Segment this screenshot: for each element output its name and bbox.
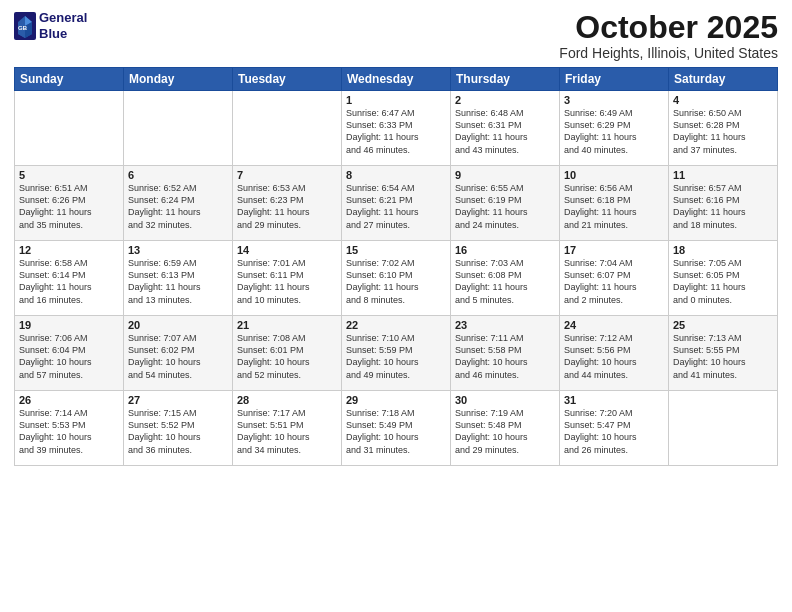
day-number: 10 — [564, 169, 664, 181]
day-info: Sunrise: 7:01 AM Sunset: 6:11 PM Dayligh… — [237, 257, 337, 306]
calendar-cell: 8Sunrise: 6:54 AM Sunset: 6:21 PM Daylig… — [342, 166, 451, 241]
day-number: 6 — [128, 169, 228, 181]
day-number: 7 — [237, 169, 337, 181]
day-number: 17 — [564, 244, 664, 256]
calendar-cell: 15Sunrise: 7:02 AM Sunset: 6:10 PM Dayli… — [342, 241, 451, 316]
calendar-cell: 24Sunrise: 7:12 AM Sunset: 5:56 PM Dayli… — [560, 316, 669, 391]
day-info: Sunrise: 7:04 AM Sunset: 6:07 PM Dayligh… — [564, 257, 664, 306]
day-number: 31 — [564, 394, 664, 406]
day-number: 4 — [673, 94, 773, 106]
day-number: 13 — [128, 244, 228, 256]
month-title: October 2025 — [559, 10, 778, 45]
logo: GB General Blue — [14, 10, 87, 41]
day-number: 20 — [128, 319, 228, 331]
calendar-cell: 19Sunrise: 7:06 AM Sunset: 6:04 PM Dayli… — [15, 316, 124, 391]
calendar-cell: 20Sunrise: 7:07 AM Sunset: 6:02 PM Dayli… — [124, 316, 233, 391]
calendar-cell: 25Sunrise: 7:13 AM Sunset: 5:55 PM Dayli… — [669, 316, 778, 391]
day-number: 12 — [19, 244, 119, 256]
day-info: Sunrise: 6:54 AM Sunset: 6:21 PM Dayligh… — [346, 182, 446, 231]
header: GB General Blue October 2025 Ford Height… — [14, 10, 778, 61]
day-number: 25 — [673, 319, 773, 331]
calendar-week-row: 19Sunrise: 7:06 AM Sunset: 6:04 PM Dayli… — [15, 316, 778, 391]
calendar-cell: 6Sunrise: 6:52 AM Sunset: 6:24 PM Daylig… — [124, 166, 233, 241]
location-title: Ford Heights, Illinois, United States — [559, 45, 778, 61]
calendar-cell: 4Sunrise: 6:50 AM Sunset: 6:28 PM Daylig… — [669, 91, 778, 166]
day-info: Sunrise: 6:51 AM Sunset: 6:26 PM Dayligh… — [19, 182, 119, 231]
weekday-header: Monday — [124, 68, 233, 91]
day-info: Sunrise: 7:06 AM Sunset: 6:04 PM Dayligh… — [19, 332, 119, 381]
weekday-header: Friday — [560, 68, 669, 91]
day-info: Sunrise: 6:48 AM Sunset: 6:31 PM Dayligh… — [455, 107, 555, 156]
day-info: Sunrise: 7:14 AM Sunset: 5:53 PM Dayligh… — [19, 407, 119, 456]
day-number: 2 — [455, 94, 555, 106]
calendar-cell: 30Sunrise: 7:19 AM Sunset: 5:48 PM Dayli… — [451, 391, 560, 466]
calendar-cell: 22Sunrise: 7:10 AM Sunset: 5:59 PM Dayli… — [342, 316, 451, 391]
title-block: October 2025 Ford Heights, Illinois, Uni… — [559, 10, 778, 61]
calendar-cell — [233, 91, 342, 166]
day-info: Sunrise: 7:12 AM Sunset: 5:56 PM Dayligh… — [564, 332, 664, 381]
calendar-cell: 9Sunrise: 6:55 AM Sunset: 6:19 PM Daylig… — [451, 166, 560, 241]
day-info: Sunrise: 7:20 AM Sunset: 5:47 PM Dayligh… — [564, 407, 664, 456]
day-info: Sunrise: 6:56 AM Sunset: 6:18 PM Dayligh… — [564, 182, 664, 231]
day-info: Sunrise: 6:53 AM Sunset: 6:23 PM Dayligh… — [237, 182, 337, 231]
calendar-cell: 14Sunrise: 7:01 AM Sunset: 6:11 PM Dayli… — [233, 241, 342, 316]
day-info: Sunrise: 6:58 AM Sunset: 6:14 PM Dayligh… — [19, 257, 119, 306]
calendar-cell: 26Sunrise: 7:14 AM Sunset: 5:53 PM Dayli… — [15, 391, 124, 466]
day-number: 1 — [346, 94, 446, 106]
day-number: 15 — [346, 244, 446, 256]
calendar-cell: 29Sunrise: 7:18 AM Sunset: 5:49 PM Dayli… — [342, 391, 451, 466]
logo-text: General Blue — [39, 10, 87, 41]
day-info: Sunrise: 7:13 AM Sunset: 5:55 PM Dayligh… — [673, 332, 773, 381]
day-info: Sunrise: 6:47 AM Sunset: 6:33 PM Dayligh… — [346, 107, 446, 156]
calendar-cell: 5Sunrise: 6:51 AM Sunset: 6:26 PM Daylig… — [15, 166, 124, 241]
day-info: Sunrise: 6:59 AM Sunset: 6:13 PM Dayligh… — [128, 257, 228, 306]
calendar-cell — [669, 391, 778, 466]
weekday-header: Saturday — [669, 68, 778, 91]
calendar-cell: 12Sunrise: 6:58 AM Sunset: 6:14 PM Dayli… — [15, 241, 124, 316]
day-info: Sunrise: 6:49 AM Sunset: 6:29 PM Dayligh… — [564, 107, 664, 156]
calendar-week-row: 1Sunrise: 6:47 AM Sunset: 6:33 PM Daylig… — [15, 91, 778, 166]
weekday-header-row: SundayMondayTuesdayWednesdayThursdayFrid… — [15, 68, 778, 91]
day-number: 21 — [237, 319, 337, 331]
calendar-cell: 28Sunrise: 7:17 AM Sunset: 5:51 PM Dayli… — [233, 391, 342, 466]
calendar-cell — [15, 91, 124, 166]
day-number: 23 — [455, 319, 555, 331]
page: GB General Blue October 2025 Ford Height… — [0, 0, 792, 612]
day-number: 16 — [455, 244, 555, 256]
day-number: 24 — [564, 319, 664, 331]
day-number: 3 — [564, 94, 664, 106]
calendar-cell: 31Sunrise: 7:20 AM Sunset: 5:47 PM Dayli… — [560, 391, 669, 466]
day-number: 22 — [346, 319, 446, 331]
day-info: Sunrise: 6:57 AM Sunset: 6:16 PM Dayligh… — [673, 182, 773, 231]
calendar-cell: 1Sunrise: 6:47 AM Sunset: 6:33 PM Daylig… — [342, 91, 451, 166]
day-info: Sunrise: 7:17 AM Sunset: 5:51 PM Dayligh… — [237, 407, 337, 456]
day-number: 29 — [346, 394, 446, 406]
day-number: 30 — [455, 394, 555, 406]
day-number: 19 — [19, 319, 119, 331]
calendar-cell: 11Sunrise: 6:57 AM Sunset: 6:16 PM Dayli… — [669, 166, 778, 241]
logo-icon: GB — [14, 12, 36, 40]
calendar-cell: 21Sunrise: 7:08 AM Sunset: 6:01 PM Dayli… — [233, 316, 342, 391]
calendar-table: SundayMondayTuesdayWednesdayThursdayFrid… — [14, 67, 778, 466]
day-info: Sunrise: 7:15 AM Sunset: 5:52 PM Dayligh… — [128, 407, 228, 456]
day-info: Sunrise: 7:05 AM Sunset: 6:05 PM Dayligh… — [673, 257, 773, 306]
day-info: Sunrise: 6:55 AM Sunset: 6:19 PM Dayligh… — [455, 182, 555, 231]
day-number: 26 — [19, 394, 119, 406]
logo-line1: General — [39, 10, 87, 26]
day-number: 27 — [128, 394, 228, 406]
day-info: Sunrise: 7:02 AM Sunset: 6:10 PM Dayligh… — [346, 257, 446, 306]
svg-text:GB: GB — [18, 25, 28, 31]
calendar-cell: 16Sunrise: 7:03 AM Sunset: 6:08 PM Dayli… — [451, 241, 560, 316]
calendar-week-row: 26Sunrise: 7:14 AM Sunset: 5:53 PM Dayli… — [15, 391, 778, 466]
calendar-cell: 17Sunrise: 7:04 AM Sunset: 6:07 PM Dayli… — [560, 241, 669, 316]
day-number: 18 — [673, 244, 773, 256]
calendar-cell: 18Sunrise: 7:05 AM Sunset: 6:05 PM Dayli… — [669, 241, 778, 316]
calendar-cell: 3Sunrise: 6:49 AM Sunset: 6:29 PM Daylig… — [560, 91, 669, 166]
day-info: Sunrise: 6:52 AM Sunset: 6:24 PM Dayligh… — [128, 182, 228, 231]
day-number: 8 — [346, 169, 446, 181]
day-number: 9 — [455, 169, 555, 181]
calendar-cell: 13Sunrise: 6:59 AM Sunset: 6:13 PM Dayli… — [124, 241, 233, 316]
weekday-header: Wednesday — [342, 68, 451, 91]
calendar-cell — [124, 91, 233, 166]
day-info: Sunrise: 7:07 AM Sunset: 6:02 PM Dayligh… — [128, 332, 228, 381]
